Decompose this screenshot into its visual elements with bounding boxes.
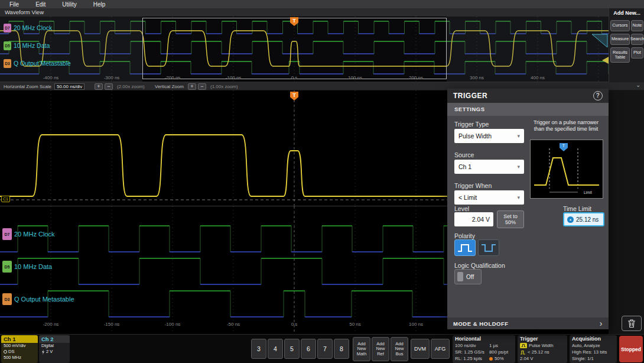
channel-7-button[interactable]: 7 xyxy=(317,339,333,359)
trigger-title: Trigger xyxy=(518,335,567,342)
knob-assign-icon: ▲ xyxy=(567,216,574,223)
h-zoom-plus-button[interactable]: + xyxy=(95,83,103,90)
menu-item-help[interactable]: Help xyxy=(93,1,106,8)
add-bus-line: Bus xyxy=(396,352,404,357)
h-scale: 100 ns/div xyxy=(455,343,476,348)
time-limit-value: 25.12 ns xyxy=(576,216,599,223)
menu-item-edit[interactable]: Edit xyxy=(35,1,45,8)
logic-qualification-label: Logic Qualification xyxy=(454,262,505,269)
h-window: 1 µs xyxy=(489,343,498,348)
time-limit-input[interactable]: ▲ 25.12 ns xyxy=(563,212,604,226)
trigger-type-dropdown[interactable]: Pulse Width xyxy=(454,129,524,143)
menu-item-file[interactable]: File xyxy=(9,1,19,8)
menu-item-utility[interactable]: Utility xyxy=(62,1,76,8)
measure-button[interactable]: Measure xyxy=(610,34,630,45)
channel-badge-d3[interactable]: D3 xyxy=(2,293,12,305)
channel-badge-d7[interactable]: D7 xyxy=(2,228,12,240)
note-button[interactable]: Note xyxy=(631,20,643,31)
waveform-view-tab[interactable]: Waveform View xyxy=(0,8,609,17)
channel-badge-d7[interactable]: D7 xyxy=(4,24,11,33)
results-table-button[interactable]: Results Table xyxy=(610,47,630,63)
horizontal-zoom-value[interactable]: 50.00 ns/div xyxy=(54,83,84,90)
stopped-button[interactable]: Stopped xyxy=(619,336,643,362)
ch2-mode: Digital xyxy=(39,343,70,349)
channel-6-button[interactable]: 6 xyxy=(301,339,316,359)
ch1-badge[interactable]: Ch 1 500 mV/div DS 500 MHz xyxy=(1,335,38,363)
level-input[interactable]: 2.04 V xyxy=(454,212,493,226)
channel-label-d7[interactable]: D7 20 MHz Clock xyxy=(2,229,54,239)
trigger-description: Trigger on a pulse narrower than the spe… xyxy=(528,119,604,133)
channel-8-button[interactable]: 8 xyxy=(334,339,349,359)
source-dropdown[interactable]: Ch 1 xyxy=(454,160,524,174)
h-sample-rate: SR: 1.25 GS/s xyxy=(455,349,484,355)
zoom-window-box[interactable] xyxy=(142,18,447,79)
channel-label-d3[interactable]: D3 Q Output Metastable xyxy=(2,294,74,304)
polarity-positive-button[interactable] xyxy=(454,239,476,256)
horizontal-tile[interactable]: Horizontal 100 ns/div 1 µs SR: 1.25 GS/s… xyxy=(453,335,515,363)
channel-4-button[interactable]: 4 xyxy=(268,339,283,359)
add-new-math-button[interactable]: Add New Math xyxy=(353,337,370,361)
trigger-condition: < 25.12 ns xyxy=(528,349,549,355)
plot-button[interactable]: Plot xyxy=(631,47,643,59)
zoom-axis-tick: -100 ns xyxy=(165,322,181,327)
overview-axis-tick: 0 s xyxy=(291,75,298,80)
ch1-level-marker[interactable]: C1 xyxy=(1,196,10,202)
channel-badge-d5[interactable]: D5 xyxy=(4,41,11,50)
add-new-bus-button[interactable]: Add New Bus xyxy=(391,337,408,361)
ch1-title: Ch 1 xyxy=(1,335,38,343)
status-bar: Ch 1 500 mV/div DS 500 MHz Ch 2 Digital … xyxy=(0,334,644,363)
v-zoom-plus-button[interactable]: + xyxy=(188,83,196,90)
cursors-button[interactable]: Cursors xyxy=(610,20,630,31)
tab-settings[interactable]: SETTINGS xyxy=(447,103,609,116)
trigger-when-dropdown[interactable]: < Limit xyxy=(454,190,524,205)
h-zoom-minus-button[interactable]: − xyxy=(105,83,113,90)
channel-badge-d3[interactable]: D3 xyxy=(4,59,11,68)
mode-holdoff-bar[interactable]: MODE & HOLDOFF xyxy=(447,317,609,329)
channel-5-button[interactable]: 5 xyxy=(284,339,300,359)
h-resolution: 800 ps/pt xyxy=(489,349,508,355)
afg-button[interactable]: AFG xyxy=(431,339,450,359)
channel-label-d5[interactable]: D5 10 MHz Data xyxy=(2,261,52,272)
channel-label-d5[interactable]: D5 10 MHz Data xyxy=(4,40,50,51)
acquisition-tile[interactable]: Acquisition Auto, Analyze High Res: 13 b… xyxy=(570,335,617,363)
horizontal-title: Horizontal xyxy=(453,335,515,342)
zoom-axis-tick: 50 ns xyxy=(349,322,361,327)
set-to-50-button[interactable]: Set to 50% xyxy=(497,210,524,228)
trash-icon xyxy=(627,319,636,328)
source-label: Source xyxy=(454,151,474,158)
zoom-axis-tick: 0 s xyxy=(291,322,298,327)
h-zoom-factor: (2.00x zoom) xyxy=(117,83,145,90)
ch2-threshold: 2 V xyxy=(46,349,53,355)
ch1-scale: 500 mV/div xyxy=(1,343,38,349)
ch1-probe: DS xyxy=(8,349,14,355)
trash-button[interactable] xyxy=(622,316,642,331)
channel-label-d3[interactable]: D3 Q Output Metastable xyxy=(4,58,71,69)
acquisition-title: Acquisition xyxy=(570,335,617,342)
channel-name: 20 MHz Clock xyxy=(14,231,54,238)
trigger-tile[interactable]: Trigger Pulse Width < 25.12 ns 2.04 V xyxy=(518,335,567,363)
channel-badge-d5[interactable]: D5 xyxy=(2,261,12,273)
add-new-ref-button[interactable]: Add New Ref xyxy=(372,337,389,361)
zoom-axis-tick: -50 ns xyxy=(227,322,240,327)
trigger-panel-title: TRIGGER xyxy=(453,92,487,100)
search-button[interactable]: Search xyxy=(631,34,643,45)
logic-qualification-value: Off xyxy=(466,274,474,280)
overview-axis-tick: 200 ns xyxy=(409,75,423,80)
add-ref-line: Ref xyxy=(377,352,384,357)
ch2-badge[interactable]: Ch 2 Digital 2 V xyxy=(39,335,70,363)
help-icon[interactable]: ? xyxy=(593,91,603,101)
channel-3-button[interactable]: 3 xyxy=(251,339,266,359)
trigger-type-label: Trigger Type xyxy=(454,121,489,128)
v-zoom-minus-button[interactable]: − xyxy=(198,83,206,90)
pulse-diagram-graphic: T Limit xyxy=(531,140,603,198)
level-label: Level xyxy=(454,205,469,212)
collapse-chevron-icon[interactable] xyxy=(636,82,640,88)
polarity-negative-button[interactable] xyxy=(478,239,499,256)
polarity-label: Polarity xyxy=(454,232,475,239)
channel-label-d7[interactable]: D7 20 MHz Clock xyxy=(4,22,52,33)
trigger-panel: TRIGGER ? SETTINGS Trigger Type Pulse Wi… xyxy=(447,89,609,329)
logic-qualification-toggle[interactable]: Off xyxy=(454,269,482,284)
dvm-button[interactable]: DVM xyxy=(411,339,430,359)
level-value: 2.04 V xyxy=(472,216,490,223)
threshold-icon xyxy=(41,349,45,355)
